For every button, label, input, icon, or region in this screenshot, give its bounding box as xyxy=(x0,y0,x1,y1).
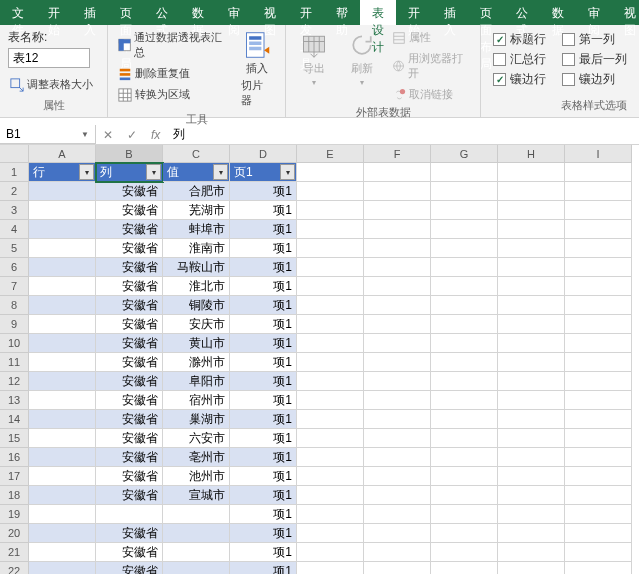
cell[interactable]: 安徽省 xyxy=(96,353,163,372)
cell[interactable]: 项1 xyxy=(230,182,297,201)
filter-dropdown-icon[interactable]: ▾ xyxy=(213,164,228,180)
cell[interactable] xyxy=(364,220,431,239)
cell[interactable] xyxy=(297,448,364,467)
cell[interactable] xyxy=(29,429,96,448)
cell[interactable] xyxy=(297,353,364,372)
cell[interactable] xyxy=(364,505,431,524)
cell[interactable] xyxy=(297,486,364,505)
name-box[interactable]: B1 ▼ xyxy=(0,125,96,144)
cell[interactable] xyxy=(29,524,96,543)
cell[interactable] xyxy=(498,163,565,182)
cell[interactable]: 项1 xyxy=(230,277,297,296)
cell[interactable]: 宣城市 xyxy=(163,486,230,505)
cell[interactable] xyxy=(431,220,498,239)
cell[interactable] xyxy=(498,562,565,574)
cell[interactable] xyxy=(364,524,431,543)
refresh-button[interactable]: 刷新 ▾ xyxy=(342,29,382,103)
row-header-21[interactable]: 21 xyxy=(0,543,29,562)
table-header-列[interactable]: 列▾ xyxy=(96,163,163,182)
cell[interactable]: 安徽省 xyxy=(96,296,163,315)
table-name-input[interactable] xyxy=(8,48,90,68)
cell[interactable]: 项1 xyxy=(230,258,297,277)
chk-last-col[interactable]: 最后一列 xyxy=(562,51,627,68)
cell[interactable] xyxy=(565,163,632,182)
cell[interactable]: 项1 xyxy=(230,410,297,429)
cell[interactable]: 安徽省 xyxy=(96,258,163,277)
cell[interactable] xyxy=(498,220,565,239)
tab-5[interactable]: 审阅 xyxy=(576,0,612,25)
cell[interactable]: 安徽省 xyxy=(96,410,163,429)
cell[interactable]: 亳州市 xyxy=(163,448,230,467)
cell[interactable] xyxy=(297,543,364,562)
tab-3[interactable]: 公式 xyxy=(504,0,540,25)
tab-开发工具[interactable]: 开发工具 xyxy=(288,0,324,25)
cell[interactable] xyxy=(431,467,498,486)
cell[interactable] xyxy=(565,486,632,505)
col-header-E[interactable]: E xyxy=(297,145,364,163)
col-header-A[interactable]: A xyxy=(29,145,96,163)
tab-公式[interactable]: 公式 xyxy=(144,0,180,25)
cell[interactable] xyxy=(297,334,364,353)
cell[interactable]: 淮北市 xyxy=(163,277,230,296)
table-header-值[interactable]: 值▾ xyxy=(163,163,230,182)
cell[interactable] xyxy=(498,467,565,486)
cell[interactable] xyxy=(29,410,96,429)
cell[interactable] xyxy=(297,315,364,334)
cell[interactable] xyxy=(163,524,230,543)
chk-first-col[interactable]: 第一列 xyxy=(562,31,627,48)
cell[interactable] xyxy=(364,429,431,448)
row-header-3[interactable]: 3 xyxy=(0,201,29,220)
cell[interactable] xyxy=(431,562,498,574)
cell[interactable] xyxy=(297,258,364,277)
select-all-corner[interactable] xyxy=(0,145,29,163)
tab-4[interactable]: 数据 xyxy=(540,0,576,25)
cell[interactable]: 六安市 xyxy=(163,429,230,448)
row-header-18[interactable]: 18 xyxy=(0,486,29,505)
row-header-6[interactable]: 6 xyxy=(0,258,29,277)
cell[interactable] xyxy=(364,353,431,372)
cell[interactable] xyxy=(498,372,565,391)
cell[interactable] xyxy=(364,372,431,391)
cell[interactable] xyxy=(29,391,96,410)
cell[interactable] xyxy=(297,372,364,391)
chk-banded-cols[interactable]: 镶边列 xyxy=(562,71,627,88)
cell[interactable]: 安徽省 xyxy=(96,201,163,220)
cell[interactable] xyxy=(297,277,364,296)
cell[interactable] xyxy=(565,258,632,277)
cell[interactable]: 项1 xyxy=(230,315,297,334)
spreadsheet-grid[interactable]: ABCDEFGHI 1行▾列▾值▾页1▾2安徽省合肥市项13安徽省芜湖市项14安… xyxy=(0,145,639,574)
col-header-I[interactable]: I xyxy=(565,145,632,163)
cell[interactable] xyxy=(29,486,96,505)
cell[interactable]: 项1 xyxy=(230,296,297,315)
cell[interactable] xyxy=(565,296,632,315)
row-header-5[interactable]: 5 xyxy=(0,239,29,258)
cell[interactable] xyxy=(565,182,632,201)
cell[interactable] xyxy=(431,315,498,334)
convert-range-button[interactable]: 转换为区域 xyxy=(116,86,229,103)
fx-button[interactable]: fx xyxy=(144,128,167,142)
cell[interactable] xyxy=(297,220,364,239)
cell[interactable] xyxy=(29,562,96,574)
cell[interactable]: 项1 xyxy=(230,543,297,562)
row-header-9[interactable]: 9 xyxy=(0,315,29,334)
col-header-C[interactable]: C xyxy=(163,145,230,163)
cell[interactable] xyxy=(431,182,498,201)
cell[interactable]: 安徽省 xyxy=(96,543,163,562)
cell[interactable] xyxy=(364,391,431,410)
cell[interactable]: 安徽省 xyxy=(96,524,163,543)
cell[interactable]: 安徽省 xyxy=(96,220,163,239)
cell[interactable]: 安徽省 xyxy=(96,239,163,258)
export-button[interactable]: 导出 ▾ xyxy=(294,29,334,103)
row-header-10[interactable]: 10 xyxy=(0,334,29,353)
table-header-页1[interactable]: 页1▾ xyxy=(230,163,297,182)
cell[interactable] xyxy=(498,353,565,372)
tab-页面布局[interactable]: 页面布局 xyxy=(108,0,144,25)
filter-dropdown-icon[interactable]: ▾ xyxy=(146,164,161,180)
cell[interactable] xyxy=(431,448,498,467)
cell[interactable] xyxy=(498,334,565,353)
cell[interactable] xyxy=(297,524,364,543)
tab-0[interactable]: 开始 xyxy=(396,0,432,25)
cell[interactable] xyxy=(364,277,431,296)
cell[interactable] xyxy=(498,410,565,429)
cell[interactable] xyxy=(29,182,96,201)
